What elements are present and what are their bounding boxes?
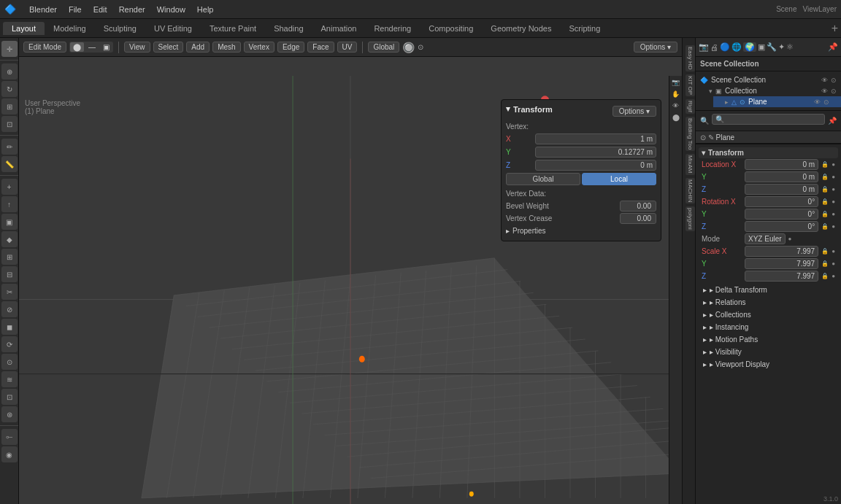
tool-bisect[interactable]: ⊘ — [1, 301, 18, 317]
rotation-x-lock[interactable]: 🔒 — [821, 198, 829, 205]
scale-y-lock[interactable]: 🔒 — [821, 260, 829, 267]
rotation-y-lock[interactable]: 🔒 — [821, 211, 829, 217]
options-btn[interactable]: Options ▾ — [634, 42, 677, 53]
tab-rendering[interactable]: Rendering — [365, 22, 420, 35]
tool-inset[interactable]: ▣ — [1, 214, 18, 230]
addon-machin[interactable]: MACHIN — [686, 178, 695, 204]
camera-icon[interactable]: 📷 — [672, 79, 680, 86]
tool-shrink-flatten[interactable]: ⊛ — [1, 406, 18, 422]
tab-layout[interactable]: Layout — [3, 22, 45, 35]
tool-measure[interactable]: 📏 — [1, 156, 18, 172]
motion-paths-section[interactable]: ▸ ▸ Motion Paths — [699, 333, 838, 346]
tab-sculpting[interactable]: Sculpting — [95, 22, 145, 35]
mode-dropdown[interactable]: Edit Mode — [23, 42, 66, 53]
tool-transform[interactable]: ⊡ — [1, 116, 18, 132]
local-btn[interactable]: Local — [582, 173, 656, 185]
props-search-input[interactable] — [712, 114, 825, 125]
scale-x-anim[interactable]: ● — [832, 248, 835, 255]
proportional-btn[interactable]: ⊙ — [418, 43, 423, 51]
object-properties-icon[interactable]: ▣ — [758, 42, 765, 52]
collection-render-icon[interactable]: ⊙ — [831, 88, 837, 95]
tab-geometry-nodes[interactable]: Geometry Nodes — [482, 22, 560, 35]
global-btn[interactable]: Global — [506, 173, 580, 185]
uv-menu[interactable]: UV — [337, 42, 358, 53]
menu-window[interactable]: Window — [151, 4, 191, 15]
transform-options-btn[interactable]: Options ▾ — [612, 106, 656, 117]
rotation-y-anim[interactable]: ● — [832, 211, 835, 217]
pin-icon[interactable]: 📌 — [828, 42, 838, 52]
plane-render-icon[interactable]: ⊙ — [823, 98, 829, 106]
tool-loop-cut[interactable]: ⊞ — [1, 249, 18, 265]
physics-properties-icon[interactable]: ⚛ — [786, 42, 794, 52]
properties-collapsible[interactable]: ▸ Properties — [506, 225, 656, 236]
tool-annotate[interactable]: ✏ — [1, 139, 18, 155]
tool-smooth-vertices[interactable]: ⊙ — [1, 354, 18, 370]
scene-properties-icon[interactable]: 🌐 — [731, 42, 742, 52]
vertex-x-input[interactable]: 1 m — [535, 133, 656, 144]
menu-blender[interactable]: Blender — [23, 4, 63, 15]
vertex-mode-btn[interactable]: ⬤ — [70, 42, 84, 52]
rotation-y-input[interactable]: 0° — [745, 209, 818, 220]
scale-z-anim[interactable]: ● — [832, 273, 835, 279]
instancing-section[interactable]: ▸ ▸ Instancing — [699, 321, 838, 333]
add-menu[interactable]: Add — [186, 42, 210, 53]
visibility-section[interactable]: ▸ ▸ Visibility — [699, 346, 838, 358]
render-properties-icon[interactable]: 📷 — [699, 42, 709, 52]
sphere-icon[interactable]: ⬤ — [672, 114, 680, 121]
location-z-anim[interactable]: ● — [832, 186, 835, 193]
location-z-input[interactable]: 0 m — [745, 184, 818, 195]
output-properties-icon[interactable]: 🖨 — [710, 43, 718, 52]
collections-section[interactable]: ▸ ▸ Collections — [699, 309, 838, 321]
rotation-z-anim[interactable]: ● — [832, 223, 835, 230]
pin-props-icon[interactable]: 📌 — [828, 117, 837, 125]
scale-x-lock[interactable]: 🔒 — [821, 248, 829, 255]
add-workspace-btn[interactable]: + — [832, 22, 838, 35]
rotation-x-anim[interactable]: ● — [832, 198, 835, 205]
eye-icon[interactable]: 👁 — [672, 102, 679, 109]
tool-spin[interactable]: ⟳ — [1, 336, 18, 352]
face-menu[interactable]: Face — [307, 42, 334, 53]
edge-mode-btn[interactable]: — — [85, 42, 99, 52]
tool-edge-slide[interactable]: ⊡ — [1, 389, 18, 405]
rotation-z-lock[interactable]: 🔒 — [821, 223, 829, 230]
transform-dropdown[interactable]: Global — [368, 42, 399, 53]
collection-item-scene[interactable]: 🔷 Scene Collection 👁 ⊙ — [696, 74, 841, 85]
tool-extrude[interactable]: ↑ — [1, 196, 18, 212]
location-x-input[interactable]: 0 m — [745, 159, 818, 170]
plane-visibility-icon[interactable]: 👁 — [814, 98, 821, 106]
vertex-z-input[interactable]: 0 m — [535, 160, 656, 171]
tool-rotate[interactable]: ↻ — [1, 81, 18, 97]
bevel-weight-input[interactable]: 0.00 — [620, 201, 656, 212]
addon-polygoni[interactable]: polygoni — [686, 206, 695, 231]
tab-shading[interactable]: Shading — [265, 22, 312, 35]
tab-texture-paint[interactable]: Texture Paint — [201, 22, 265, 35]
rotation-z-input[interactable]: 0° — [745, 221, 818, 232]
scale-z-lock[interactable]: 🔒 — [821, 273, 829, 279]
vertex-crease-input[interactable]: 0.00 — [620, 213, 656, 224]
mode-anim[interactable]: ● — [788, 236, 792, 242]
tool-cursor[interactable]: ✛ — [1, 41, 18, 57]
tool-offset-edge[interactable]: ⊟ — [1, 266, 18, 282]
face-mode-btn[interactable]: ▣ — [100, 42, 112, 52]
location-x-lock[interactable]: 🔒 — [821, 161, 829, 168]
hand-icon[interactable]: ✋ — [672, 90, 680, 98]
collection-visibility-icon[interactable]: 👁 — [821, 88, 828, 95]
world-properties-icon[interactable]: 🌍 — [743, 42, 756, 52]
tab-compositing[interactable]: Compositing — [420, 22, 482, 35]
tab-animation[interactable]: Animation — [312, 22, 366, 35]
viewport-display-section[interactable]: ▸ ▸ Viewport Display — [699, 358, 838, 371]
modifier-properties-icon[interactable]: 🔧 — [767, 42, 777, 52]
relations-section[interactable]: ▸ ▸ Relations — [699, 296, 838, 309]
tool-randomize[interactable]: ≋ — [1, 371, 18, 387]
menu-render[interactable]: Render — [113, 4, 151, 15]
scale-y-input[interactable]: 7.997 — [745, 258, 818, 269]
location-y-lock[interactable]: 🔒 — [821, 174, 829, 180]
scale-z-input[interactable]: 7.997 — [745, 271, 818, 282]
delta-transform-section[interactable]: ▸ ▸ Delta Transform — [699, 284, 838, 296]
vertex-menu[interactable]: Vertex — [244, 42, 274, 53]
addon-rigif[interactable]: Rigif — [686, 99, 695, 114]
addon-mixam[interactable]: MixAM — [686, 154, 695, 174]
addon-kit-op[interactable]: KIT OP — [686, 74, 695, 96]
vertex-y-input[interactable]: 0.12727 m — [535, 147, 656, 158]
rotation-x-input[interactable]: 0° — [745, 196, 818, 207]
